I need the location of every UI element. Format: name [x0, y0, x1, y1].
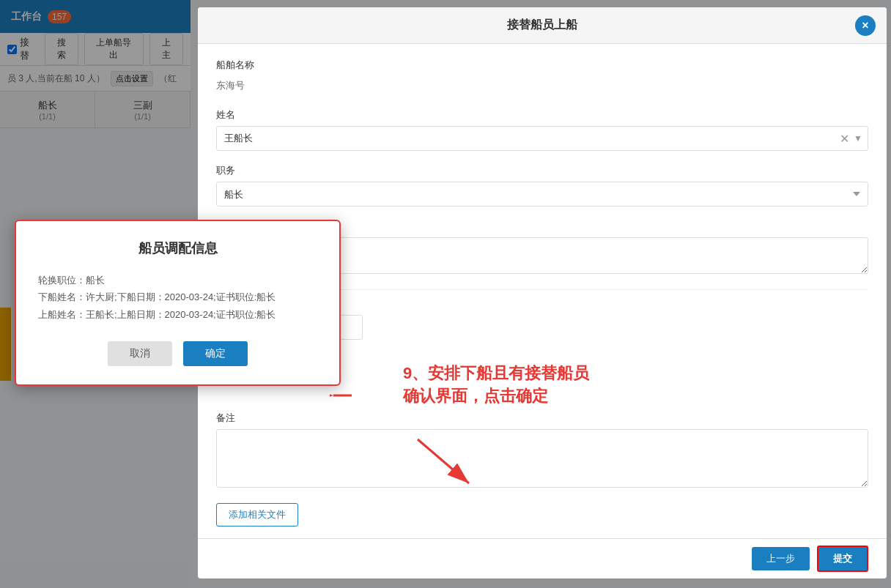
modal-title: 接替船员上船 — [507, 18, 577, 33]
confirm-button[interactable]: 确定 — [183, 341, 248, 366]
remarks-label: 备注 — [216, 412, 868, 425]
position-label: 职务 — [216, 164, 868, 177]
modal-header: 接替船员上船 × — [198, 7, 887, 44]
dropdown-icon[interactable]: ▼ — [854, 133, 862, 144]
confirm-info-line1: 轮换职位：船长 — [38, 272, 317, 289]
close-button[interactable]: × — [855, 15, 876, 36]
confirm-info-line3: 上船姓名：王船长;上船日期：2020-03-24;证书职位:船长 — [38, 306, 317, 323]
name-input-container: ✕ ▼ — [216, 126, 868, 151]
confirm-title: 船员调配信息 — [38, 239, 317, 257]
name-input[interactable] — [216, 126, 868, 151]
name-label: 姓名 — [216, 108, 868, 122]
name-group: 姓名 ✕ ▼ — [216, 108, 868, 151]
cancel-button[interactable]: 取消 — [108, 341, 172, 366]
add-file-group: 添加相关文件 — [216, 503, 868, 526]
input-actions: ✕ ▼ — [840, 132, 862, 146]
ship-name-label: 船舶名称 — [216, 59, 868, 72]
modal-footer: 上一步 提交 — [198, 538, 887, 578]
remarks-textarea[interactable] — [216, 429, 868, 488]
clear-icon[interactable]: ✕ — [840, 132, 849, 146]
submit-button[interactable]: 提交 — [817, 546, 868, 572]
confirm-info: 轮换职位：船长 下船姓名：许大厨;下船日期：2020-03-24;证书职位:船长… — [38, 272, 317, 323]
confirm-buttons: 取消 确定 — [38, 341, 317, 366]
confirm-info-line2: 下船姓名：许大厨;下船日期：2020-03-24;证书职位:船长 — [38, 289, 317, 305]
ship-name-value: 东海号 — [216, 76, 868, 95]
close-icon: × — [862, 19, 868, 32]
position-select[interactable]: 船长 — [216, 182, 868, 206]
ship-name-group: 船舶名称 东海号 — [216, 59, 868, 95]
add-file-button[interactable]: 添加相关文件 — [216, 503, 298, 526]
position-group: 职务 船长 — [216, 164, 868, 206]
prev-button[interactable]: 上一步 — [752, 547, 810, 570]
remarks-group: 备注 — [216, 412, 868, 490]
confirm-dialog: 船员调配信息 轮换职位：船长 下船姓名：许大厨;下船日期：2020-03-24;… — [15, 220, 341, 386]
